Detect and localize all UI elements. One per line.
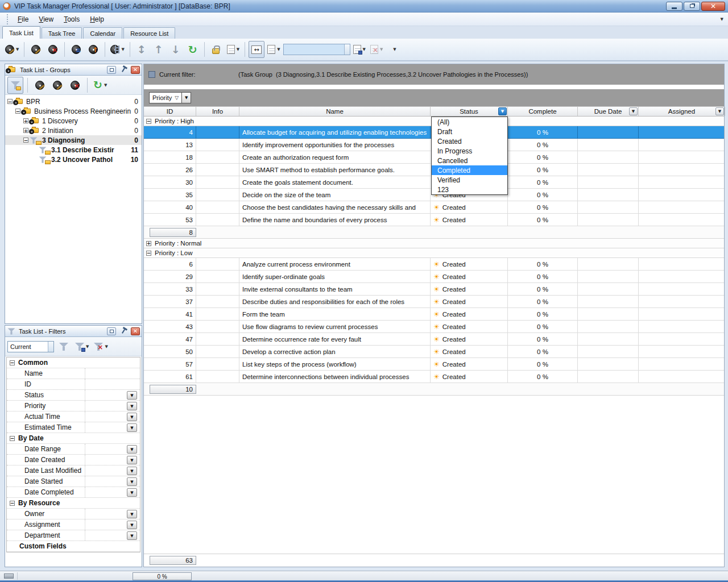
tree-item-3-diagnosing[interactable]: −3 Diagnosing0 <box>5 135 142 145</box>
move-task-button[interactable]: ↕ <box>134 41 150 58</box>
filter-section-by-date[interactable]: −By Date <box>7 433 140 444</box>
dropdown-arrow-icon[interactable]: ▼ <box>363 47 366 52</box>
tree-expander-plus-icon[interactable]: + <box>23 118 28 123</box>
fit-columns-button[interactable]: ↔ <box>249 41 264 58</box>
filter-row-date-completed[interactable]: Date Completed▼ <box>7 487 140 498</box>
column-header-info[interactable]: Info <box>196 107 239 116</box>
edit-group-button[interactable] <box>49 77 65 94</box>
filter-value-dropdown-button[interactable]: ▼ <box>127 531 137 540</box>
task-row-29[interactable]: 29Identify super-ordinate goals☀Created0… <box>144 271 724 283</box>
clear-filter-button[interactable]: ×▼ <box>92 338 109 355</box>
filter-value-dropdown-button[interactable]: ▼ <box>127 402 137 410</box>
panel-restore-button[interactable] <box>107 327 116 335</box>
refresh-button[interactable]: ↻ <box>185 41 201 58</box>
tree-item-3-1-describe-existir[interactable]: 3.1 Describe Existir11 <box>5 145 142 155</box>
toolbar-overflow-button[interactable]: ▼ <box>386 41 402 58</box>
column-header-id[interactable]: ID <box>144 107 196 116</box>
minimize-button[interactable] <box>666 2 682 11</box>
task-row-50[interactable]: 50Develop a corrective action plan☀Creat… <box>144 346 724 358</box>
filter-value-dropdown-button[interactable]: ▼ <box>127 477 137 486</box>
dropdown-arrow-icon[interactable]: ▼ <box>105 344 107 349</box>
tree-expander-minus-icon[interactable]: − <box>7 99 13 104</box>
filter-value-dropdown-button[interactable]: ▼ <box>127 445 137 454</box>
refresh-groups-button[interactable]: ↻▼ <box>92 77 109 94</box>
tab-task-tree[interactable]: Task Tree <box>42 27 82 39</box>
move-down-button[interactable]: ↓ <box>168 41 184 58</box>
panel-close-button[interactable]: ✕ <box>131 66 140 74</box>
filter-row-id[interactable]: ID <box>7 379 140 390</box>
group-header-priority-low[interactable]: −Priority : Low <box>144 248 724 258</box>
task-hierarchy-button[interactable]: ▼ <box>109 41 126 58</box>
filter-by-group-button[interactable] <box>7 77 23 94</box>
status-option-all[interactable]: (All) <box>432 117 507 127</box>
save-filter-button[interactable]: ▼ <box>73 338 90 355</box>
menu-overflow-icon[interactable]: ▼ <box>721 17 723 22</box>
tree-expander-minus-icon[interactable]: − <box>15 109 20 114</box>
task-row-33[interactable]: 33Invite external consultants to the tea… <box>144 283 724 296</box>
current-filter-checkbox[interactable] <box>148 71 155 78</box>
filter-value-dropdown-button[interactable]: ▼ <box>127 456 137 464</box>
menu-file[interactable]: File <box>13 14 34 25</box>
status-option-completed[interactable]: Completed <box>432 165 507 175</box>
filter-row-date-last-modified[interactable]: Date Last Modified▼ <box>7 465 140 476</box>
group-by-dropdown-button[interactable]: ▼ <box>182 92 191 103</box>
dropdown-arrow-icon[interactable]: ▼ <box>16 47 19 52</box>
dropdown-arrow-icon[interactable]: ▼ <box>277 47 280 52</box>
column-header-due-date[interactable]: Due Date▼ <box>578 107 639 116</box>
status-option-cancelled[interactable]: Cancelled <box>432 156 507 165</box>
status-option-created[interactable]: Created <box>432 136 507 146</box>
group-expander-icon[interactable]: + <box>146 241 151 246</box>
section-collapse-icon[interactable]: − <box>10 360 15 365</box>
task-priority-button[interactable]: ↑ <box>85 41 101 58</box>
filter-value-dropdown-button[interactable]: ▼ <box>127 488 137 497</box>
status-option-123[interactable]: 123 <box>432 185 507 194</box>
columns-button[interactable]: ▼ <box>266 41 282 58</box>
filter-value-dropdown-button[interactable]: ▼ <box>127 423 137 432</box>
filter-row-estimated-time[interactable]: Estimated Time▼ <box>7 422 140 433</box>
task-row-40[interactable]: 40Choose the best candidates having the … <box>144 201 724 214</box>
column-header-name[interactable]: Name <box>239 107 431 116</box>
filter-row-date-started[interactable]: Date Started▼ <box>7 476 140 487</box>
tree-item-business-process-reengineerin[interactable]: −Business Process Reengineerin0 <box>5 106 142 116</box>
column-filter-button[interactable]: ▼ <box>498 107 507 115</box>
column-header-complete[interactable]: Complete <box>508 107 578 116</box>
tab-resource-list[interactable]: Resource List <box>123 27 175 39</box>
group-header-priority-normal[interactable]: +Priority : Normal <box>144 239 724 248</box>
filter-value-dropdown-button[interactable]: ▼ <box>127 413 137 421</box>
filter-section-custom-fields[interactable]: Custom Fields <box>7 541 140 552</box>
dropdown-arrow-icon[interactable]: ▼ <box>86 344 89 349</box>
filter-value-dropdown-button[interactable]: ▼ <box>127 521 137 529</box>
lock-button[interactable] <box>208 41 224 58</box>
tab-task-list[interactable]: Task List <box>2 26 40 39</box>
tree-item-2-initiation[interactable]: +2 Initiation0 <box>5 126 142 135</box>
menu-tools[interactable]: Tools <box>59 14 85 25</box>
filter-row-priority[interactable]: Priority▼ <box>7 401 140 411</box>
task-row-53[interactable]: 53Define the name and boundaries of ever… <box>144 214 724 226</box>
section-collapse-icon[interactable]: − <box>10 501 15 506</box>
task-row-41[interactable]: 41Form the team☀Created0 % <box>144 308 724 321</box>
status-option-verified[interactable]: Verified <box>432 175 507 185</box>
group-expander-icon[interactable]: − <box>146 251 151 256</box>
tree-item-1-discovery[interactable]: +1 Discovery0 <box>5 116 142 126</box>
group-by-priority-button[interactable]: Priority ▽ <box>149 92 182 103</box>
move-up-button[interactable]: ↑ <box>151 41 167 58</box>
filter-section-common[interactable]: −Common <box>7 357 140 368</box>
close-button[interactable]: ✕ <box>701 2 725 11</box>
panel-pin-button[interactable] <box>119 66 128 74</box>
filter-row-assignment[interactable]: Assignment▼ <box>7 519 140 530</box>
filter-row-department[interactable]: Department▼ <box>7 530 140 541</box>
filter-value-dropdown-button[interactable]: ▼ <box>127 391 137 400</box>
dropdown-arrow-icon[interactable]: ▼ <box>237 47 239 52</box>
save-view-button[interactable]: ▼ <box>351 41 367 58</box>
delete-task-button[interactable]: × <box>45 41 61 58</box>
new-task-button[interactable]: ▼ <box>3 41 20 58</box>
task-row-43[interactable]: 43Use flow diagrams to review current pr… <box>144 321 724 333</box>
tree-expander-plus-icon[interactable]: + <box>23 128 28 133</box>
restore-button[interactable] <box>684 2 700 11</box>
tab-calendar[interactable]: Calendar <box>83 27 122 39</box>
delete-view-button[interactable]: ×▼ <box>369 41 384 58</box>
apply-filter-button[interactable] <box>56 338 72 355</box>
column-filter-button[interactable]: ▼ <box>629 107 638 115</box>
panel-restore-button[interactable] <box>107 66 116 74</box>
task-row-47[interactable]: 47Determine occurrence rate for every fa… <box>144 333 724 346</box>
